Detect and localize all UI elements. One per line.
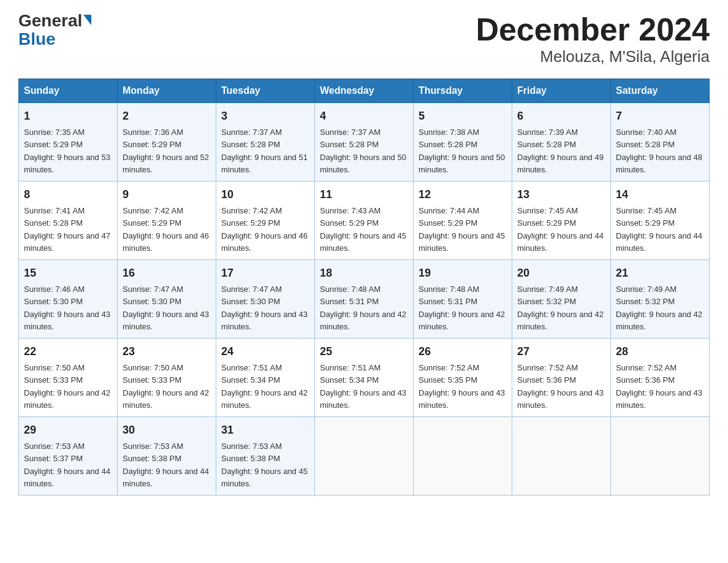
day-number: 22	[24, 343, 112, 360]
calendar-cell: 23Sunrise: 7:50 AMSunset: 5:33 PMDayligh…	[118, 339, 216, 417]
logo-arrow-icon	[83, 15, 91, 25]
calendar-header-row: SundayMondayTuesdayWednesdayThursdayFrid…	[19, 79, 710, 103]
header-sunday: Sunday	[19, 79, 118, 103]
day-number: 12	[419, 186, 507, 203]
day-info: Sunrise: 7:53 AMSunset: 5:38 PMDaylight:…	[123, 442, 209, 488]
calendar-cell: 29Sunrise: 7:53 AMSunset: 5:37 PMDayligh…	[19, 417, 118, 496]
day-info: Sunrise: 7:53 AMSunset: 5:38 PMDaylight:…	[221, 442, 308, 488]
day-number: 26	[419, 343, 507, 360]
day-number: 2	[123, 108, 211, 124]
day-info: Sunrise: 7:51 AMSunset: 5:34 PMDaylight:…	[221, 363, 308, 410]
day-info: Sunrise: 7:52 AMSunset: 5:36 PMDaylight:…	[616, 363, 702, 410]
day-number: 8	[24, 186, 112, 203]
calendar-cell: 5Sunrise: 7:38 AMSunset: 5:28 PMDaylight…	[414, 103, 512, 182]
day-number: 30	[123, 422, 211, 439]
calendar-week-row: 22Sunrise: 7:50 AMSunset: 5:33 PMDayligh…	[19, 339, 710, 417]
header-wednesday: Wednesday	[315, 79, 414, 103]
calendar-cell: 14Sunrise: 7:45 AMSunset: 5:29 PMDayligh…	[611, 182, 710, 260]
calendar-cell: 25Sunrise: 7:51 AMSunset: 5:34 PMDayligh…	[315, 339, 414, 417]
day-number: 25	[320, 343, 408, 360]
calendar-cell: 13Sunrise: 7:45 AMSunset: 5:29 PMDayligh…	[512, 182, 611, 260]
day-info: Sunrise: 7:42 AMSunset: 5:29 PMDaylight:…	[123, 206, 209, 253]
title-block: December 2024 Melouza, M'Sila, Algeria	[476, 12, 710, 66]
day-number: 31	[221, 422, 309, 439]
calendar-cell: 20Sunrise: 7:49 AMSunset: 5:32 PMDayligh…	[512, 260, 611, 339]
calendar-cell: 28Sunrise: 7:52 AMSunset: 5:36 PMDayligh…	[611, 339, 710, 417]
calendar-subtitle: Melouza, M'Sila, Algeria	[476, 47, 710, 66]
header-monday: Monday	[118, 79, 216, 103]
logo-blue-text: Blue	[18, 29, 56, 48]
day-info: Sunrise: 7:45 AMSunset: 5:29 PMDaylight:…	[616, 206, 702, 253]
day-number: 3	[221, 108, 309, 124]
calendar-cell: 11Sunrise: 7:43 AMSunset: 5:29 PMDayligh…	[315, 182, 414, 260]
day-number: 16	[123, 265, 211, 282]
day-info: Sunrise: 7:50 AMSunset: 5:33 PMDaylight:…	[123, 363, 209, 410]
calendar-cell: 27Sunrise: 7:52 AMSunset: 5:36 PMDayligh…	[512, 339, 611, 417]
day-number: 5	[419, 108, 507, 124]
day-info: Sunrise: 7:43 AMSunset: 5:29 PMDaylight:…	[320, 206, 406, 253]
calendar-cell: 24Sunrise: 7:51 AMSunset: 5:34 PMDayligh…	[216, 339, 315, 417]
calendar-cell: 18Sunrise: 7:48 AMSunset: 5:31 PMDayligh…	[315, 260, 414, 339]
day-info: Sunrise: 7:47 AMSunset: 5:30 PMDaylight:…	[123, 285, 209, 331]
calendar-cell: 31Sunrise: 7:53 AMSunset: 5:38 PMDayligh…	[216, 417, 315, 496]
calendar-cell: 12Sunrise: 7:44 AMSunset: 5:29 PMDayligh…	[414, 182, 512, 260]
day-info: Sunrise: 7:51 AMSunset: 5:34 PMDaylight:…	[320, 363, 406, 410]
calendar-table: SundayMondayTuesdayWednesdayThursdayFrid…	[18, 79, 710, 496]
day-info: Sunrise: 7:35 AMSunset: 5:29 PMDaylight:…	[24, 128, 110, 174]
calendar-cell	[512, 417, 611, 496]
calendar-cell: 21Sunrise: 7:49 AMSunset: 5:32 PMDayligh…	[611, 260, 710, 339]
day-info: Sunrise: 7:38 AMSunset: 5:28 PMDaylight:…	[419, 128, 505, 174]
day-info: Sunrise: 7:49 AMSunset: 5:32 PMDaylight:…	[517, 285, 604, 331]
calendar-week-row: 1Sunrise: 7:35 AMSunset: 5:29 PMDaylight…	[19, 103, 710, 182]
day-info: Sunrise: 7:46 AMSunset: 5:30 PMDaylight:…	[24, 285, 110, 331]
day-info: Sunrise: 7:53 AMSunset: 5:37 PMDaylight:…	[24, 442, 110, 488]
day-number: 27	[517, 343, 605, 360]
day-number: 21	[616, 265, 704, 282]
calendar-week-row: 8Sunrise: 7:41 AMSunset: 5:28 PMDaylight…	[19, 182, 710, 260]
calendar-cell: 15Sunrise: 7:46 AMSunset: 5:30 PMDayligh…	[19, 260, 118, 339]
day-info: Sunrise: 7:52 AMSunset: 5:35 PMDaylight:…	[419, 363, 505, 410]
day-number: 4	[320, 108, 408, 124]
day-info: Sunrise: 7:50 AMSunset: 5:33 PMDaylight:…	[24, 363, 110, 410]
day-info: Sunrise: 7:48 AMSunset: 5:31 PMDaylight:…	[320, 285, 406, 331]
day-number: 29	[24, 422, 112, 439]
calendar-cell: 10Sunrise: 7:42 AMSunset: 5:29 PMDayligh…	[216, 182, 315, 260]
calendar-cell: 7Sunrise: 7:40 AMSunset: 5:28 PMDaylight…	[611, 103, 710, 182]
calendar-cell: 19Sunrise: 7:48 AMSunset: 5:31 PMDayligh…	[414, 260, 512, 339]
logo: General Blue	[18, 12, 91, 49]
day-number: 19	[419, 265, 507, 282]
calendar-cell	[315, 417, 414, 496]
day-number: 11	[320, 186, 408, 203]
day-info: Sunrise: 7:37 AMSunset: 5:28 PMDaylight:…	[320, 128, 406, 174]
calendar-cell: 30Sunrise: 7:53 AMSunset: 5:38 PMDayligh…	[118, 417, 216, 496]
calendar-cell: 6Sunrise: 7:39 AMSunset: 5:28 PMDaylight…	[512, 103, 611, 182]
day-number: 6	[517, 108, 605, 124]
day-number: 14	[616, 186, 704, 203]
day-number: 7	[616, 108, 704, 124]
day-info: Sunrise: 7:45 AMSunset: 5:29 PMDaylight:…	[517, 206, 604, 253]
day-info: Sunrise: 7:40 AMSunset: 5:28 PMDaylight:…	[616, 128, 702, 174]
calendar-cell: 4Sunrise: 7:37 AMSunset: 5:28 PMDaylight…	[315, 103, 414, 182]
day-number: 17	[221, 265, 309, 282]
day-info: Sunrise: 7:52 AMSunset: 5:36 PMDaylight:…	[517, 363, 604, 410]
day-info: Sunrise: 7:42 AMSunset: 5:29 PMDaylight:…	[221, 206, 308, 253]
header-saturday: Saturday	[611, 79, 710, 103]
calendar-cell	[414, 417, 512, 496]
day-info: Sunrise: 7:47 AMSunset: 5:30 PMDaylight:…	[221, 285, 308, 331]
day-info: Sunrise: 7:44 AMSunset: 5:29 PMDaylight:…	[419, 206, 505, 253]
calendar-cell	[611, 417, 710, 496]
calendar-cell: 17Sunrise: 7:47 AMSunset: 5:30 PMDayligh…	[216, 260, 315, 339]
day-number: 10	[221, 186, 309, 203]
calendar-cell: 26Sunrise: 7:52 AMSunset: 5:35 PMDayligh…	[414, 339, 512, 417]
header-tuesday: Tuesday	[216, 79, 315, 103]
day-number: 1	[24, 108, 112, 124]
calendar-cell: 8Sunrise: 7:41 AMSunset: 5:28 PMDaylight…	[19, 182, 118, 260]
day-info: Sunrise: 7:41 AMSunset: 5:28 PMDaylight:…	[24, 206, 110, 253]
header-thursday: Thursday	[414, 79, 512, 103]
day-number: 28	[616, 343, 704, 360]
day-number: 9	[123, 186, 211, 203]
day-number: 18	[320, 265, 408, 282]
day-info: Sunrise: 7:36 AMSunset: 5:29 PMDaylight:…	[123, 128, 209, 174]
calendar-cell: 1Sunrise: 7:35 AMSunset: 5:29 PMDaylight…	[19, 103, 118, 182]
calendar-week-row: 15Sunrise: 7:46 AMSunset: 5:30 PMDayligh…	[19, 260, 710, 339]
